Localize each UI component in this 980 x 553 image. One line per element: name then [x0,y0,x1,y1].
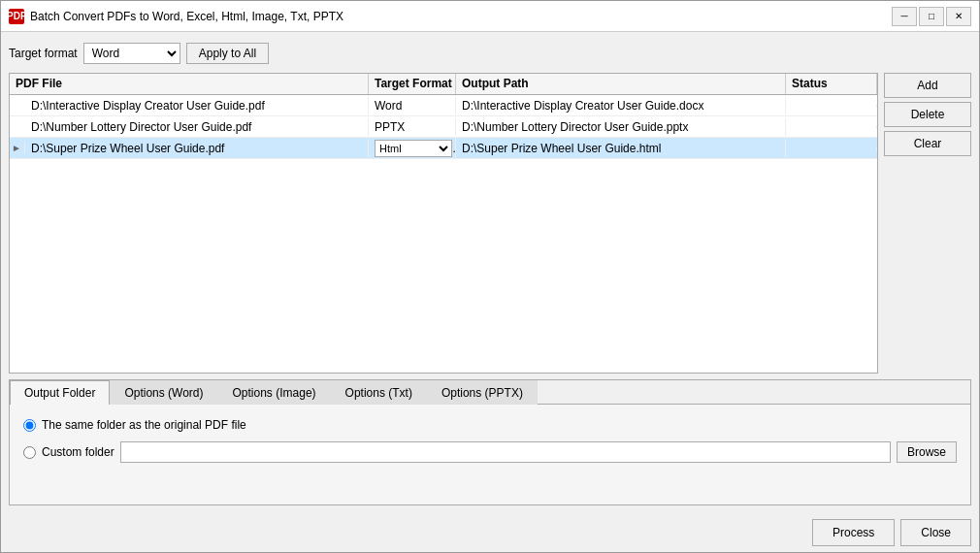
tab-options-image[interactable]: Options (Image) [218,380,331,405]
process-button[interactable]: Process [812,519,895,546]
target-format-label: Target format [9,47,78,60]
custom-folder-row: Custom folder Browse [23,441,957,463]
window-controls: ─ □ ✕ [892,7,971,26]
custom-folder-input[interactable] [120,441,891,463]
custom-folder-radio[interactable] [23,446,36,459]
row-format-3-cell: Html Word Excel Image Txt PPTX [369,138,456,159]
row-format-2: PPTX [369,118,456,136]
row-pdf-3: D:\Super Prize Wheel User Guide.pdf [25,140,369,157]
custom-folder-label: Custom folder [42,445,114,459]
table-row[interactable]: ► D:\Super Prize Wheel User Guide.pdf Ht… [10,138,877,159]
title-bar: PDF Batch Convert PDFs to Word, Excel, H… [1,1,979,32]
main-panel: PDF File Target Format Output Path Statu… [9,73,971,374]
table-row[interactable]: D:\Number Lottery Director User Guide.pd… [10,116,877,138]
tab-content-output-folder: The same folder as the original PDF file… [10,405,970,476]
clear-button[interactable]: Clear [884,131,971,156]
tab-options-word[interactable]: Options (Word) [110,380,217,405]
add-button[interactable]: Add [884,73,971,98]
delete-button[interactable]: Delete [884,102,971,127]
target-format-select[interactable]: Word Excel Html Image Txt PPTX [83,43,180,64]
tab-options-txt[interactable]: Options (Txt) [331,380,427,405]
row-status-1 [786,104,877,108]
bottom-panel: Output Folder Options (Word) Options (Im… [9,379,971,505]
footer: Process Close [1,513,979,552]
table-header: PDF File Target Format Output Path Statu… [10,74,877,95]
same-folder-option[interactable]: The same folder as the original PDF file [23,418,957,432]
row-output-2: D:\Number Lottery Director User Guide.pp… [456,118,786,136]
maximize-button[interactable]: □ [919,7,944,26]
file-table: PDF File Target Format Output Path Statu… [9,73,878,374]
row-output-3: D:\Super Prize Wheel User Guide.html [456,140,786,157]
header-target-format: Target Format [369,74,456,94]
apply-to-all-button[interactable]: Apply to All [186,43,269,64]
row-status-3 [786,146,877,150]
tab-output-folder[interactable]: Output Folder [10,380,110,405]
browse-button[interactable]: Browse [897,441,957,463]
row-output-1: D:\Interactive Display Creator User Guid… [456,97,786,114]
row-pdf-1: D:\Interactive Display Creator User Guid… [25,97,369,114]
tab-options-pptx[interactable]: Options (PPTX) [427,380,538,405]
header-status: Status [786,74,877,94]
custom-folder-option[interactable]: Custom folder [23,445,114,459]
close-button[interactable]: ✕ [946,7,971,26]
window-title: Batch Convert PDFs to Word, Excel, Html,… [30,10,892,23]
row-format-select-3[interactable]: Html Word Excel Image Txt PPTX [375,140,452,157]
close-footer-button[interactable]: Close [900,519,971,546]
table-row[interactable]: D:\Interactive Display Creator User Guid… [10,95,877,116]
row-format-1: Word [369,97,456,114]
header-output-path: Output Path [456,74,786,94]
minimize-button[interactable]: ─ [892,7,917,26]
header-pdf-file: PDF File [10,74,369,94]
side-buttons: Add Delete Clear [884,73,971,374]
table-body: D:\Interactive Display Creator User Guid… [10,95,877,373]
toolbar: Target format Word Excel Html Image Txt … [9,40,971,67]
same-folder-label: The same folder as the original PDF file [42,418,246,432]
tab-bar: Output Folder Options (Word) Options (Im… [10,380,970,405]
row-pdf-2: D:\Number Lottery Director User Guide.pd… [25,118,369,136]
main-window: PDF Batch Convert PDFs to Word, Excel, H… [0,0,980,553]
content-area: Target format Word Excel Html Image Txt … [1,32,979,513]
row-status-2 [786,125,877,129]
app-icon: PDF [9,9,24,24]
same-folder-radio[interactable] [23,419,36,432]
row-expand-3: ► [10,143,25,153]
